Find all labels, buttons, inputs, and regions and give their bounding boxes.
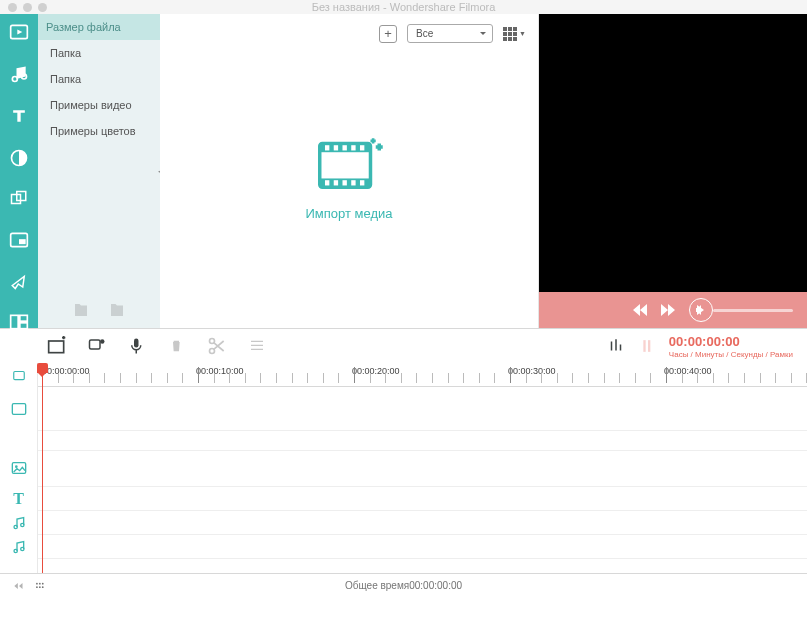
svg-rect-27 [134,339,139,348]
svg-rect-7 [19,239,26,244]
svg-rect-18 [360,145,364,150]
text-tab-icon[interactable] [8,106,30,126]
total-time-label: Общее время [345,580,409,591]
time-ruler[interactable]: 00:00:00:00 00:00:10:00 00:00:20:00 00:0… [38,363,807,387]
svg-point-1 [12,77,17,82]
image-track-icon[interactable] [0,449,37,487]
prev-frame-icon[interactable] [633,304,647,316]
split-clip-icon [206,336,228,356]
svg-point-40 [36,582,38,584]
svg-point-39 [20,547,23,550]
transitions-tab-icon[interactable] [8,190,30,208]
panel-item-samples-color[interactable]: Примеры цветов [38,118,160,144]
titlebar: Без названия - Wondershare Filmora [0,0,807,14]
svg-rect-23 [360,180,364,185]
effects-tab-icon[interactable] [8,272,30,290]
timecode-sublabel: Часы / Минуты / Секунды / Рамки [669,350,793,359]
svg-rect-8 [11,315,19,328]
add-media-button[interactable]: + [379,25,397,43]
svg-point-38 [14,549,17,552]
svg-rect-15 [333,145,337,150]
image-track[interactable] [38,451,807,487]
media-tab-icon[interactable] [8,22,30,42]
svg-rect-21 [342,180,346,185]
delete-icon [166,336,188,356]
volume-control[interactable] [695,304,793,316]
ruler-label: 00:00:10:00 [196,366,244,376]
audio-track-2-icon[interactable] [0,535,37,559]
playhead[interactable] [42,363,43,573]
svg-rect-24 [49,341,64,353]
top-area: Размер файла Папка Папка Примеры видео П… [0,14,807,328]
svg-rect-17 [351,145,355,150]
svg-rect-9 [20,315,28,321]
timecode-value: 00:00:00:00 [669,334,793,349]
lock-track-icon[interactable] [0,363,37,387]
svg-rect-14 [325,145,329,150]
media-library: + Все ▼ Импорт медиа [160,14,539,328]
media-toolbar: + Все ▼ [379,24,526,43]
svg-point-43 [36,586,38,588]
volume-icon [695,304,707,316]
preview-screen[interactable] [539,14,807,292]
svg-point-44 [39,586,41,588]
timeline: T 00:00:00:00 00:00:10:00 00:00:20:00 00… [0,363,807,573]
window-title: Без названия - Wondershare Filmora [0,1,807,13]
import-media-label: Импорт медиа [305,206,392,221]
color-tab-icon[interactable] [8,148,30,168]
panel-item-samples-video[interactable]: Примеры видео [38,92,160,118]
volume-slider[interactable] [713,309,793,312]
audio-mix-icon[interactable] [605,336,627,356]
delete-folder-icon[interactable] [108,300,126,320]
panel-item-folder2[interactable]: Папка [38,66,160,92]
new-folder-icon[interactable] [72,300,90,320]
music-tab-icon[interactable] [8,64,30,84]
add-marker-icon[interactable] [46,336,68,356]
video-track-icon[interactable] [0,387,37,431]
ruler-label: 00:00:40:00 [664,366,712,376]
overlay-track[interactable] [38,431,807,451]
record-icon[interactable] [86,336,108,356]
timeline-view-icon[interactable] [637,336,659,356]
total-time: Общее время00:00:00:00 [345,580,462,591]
panel-item-folder1[interactable]: Папка [38,40,160,66]
svg-rect-25 [90,340,101,349]
video-track[interactable] [38,387,807,431]
import-media-icon [314,134,384,194]
zoom-menu-icon[interactable] [34,579,48,593]
filter-select[interactable]: Все [407,24,493,43]
preview-panel [539,14,807,328]
svg-point-41 [39,582,41,584]
statusbar: Общее время00:00:00:00 [0,573,807,597]
svg-point-36 [14,525,17,528]
timeline-toolbar: 00:00:00:00 Часы / Минуты / Секунды / Ра… [0,329,807,363]
view-grid-button[interactable]: ▼ [503,27,526,41]
total-time-value: 00:00:00:00 [409,580,462,591]
tool-sidebar [0,14,38,328]
svg-point-45 [42,586,44,588]
svg-rect-31 [648,340,650,352]
tracks-area[interactable]: 00:00:00:00 00:00:10:00 00:00:20:00 00:0… [38,363,807,573]
audio-track-1-icon[interactable] [0,511,37,535]
settings-icon [246,336,268,356]
audio-track-2[interactable] [38,535,807,559]
pip-tab-icon[interactable] [8,230,30,250]
svg-rect-16 [342,145,346,150]
zoom-out-icon[interactable] [12,579,26,593]
svg-point-37 [20,523,23,526]
svg-point-35 [15,465,18,468]
svg-point-26 [100,339,105,344]
svg-rect-20 [333,180,337,185]
audio-track-1[interactable] [38,511,807,535]
next-frame-icon[interactable] [661,304,675,316]
ruler-label: 00:00:30:00 [508,366,556,376]
svg-rect-10 [20,323,28,329]
panel-footer [38,300,160,320]
voiceover-icon[interactable] [126,336,148,356]
text-track[interactable] [38,487,807,511]
track-header: T [0,363,38,573]
import-media-button[interactable]: Импорт медиа [305,134,392,221]
text-track-icon[interactable]: T [0,487,37,511]
svg-rect-22 [351,180,355,185]
svg-rect-32 [13,372,24,380]
